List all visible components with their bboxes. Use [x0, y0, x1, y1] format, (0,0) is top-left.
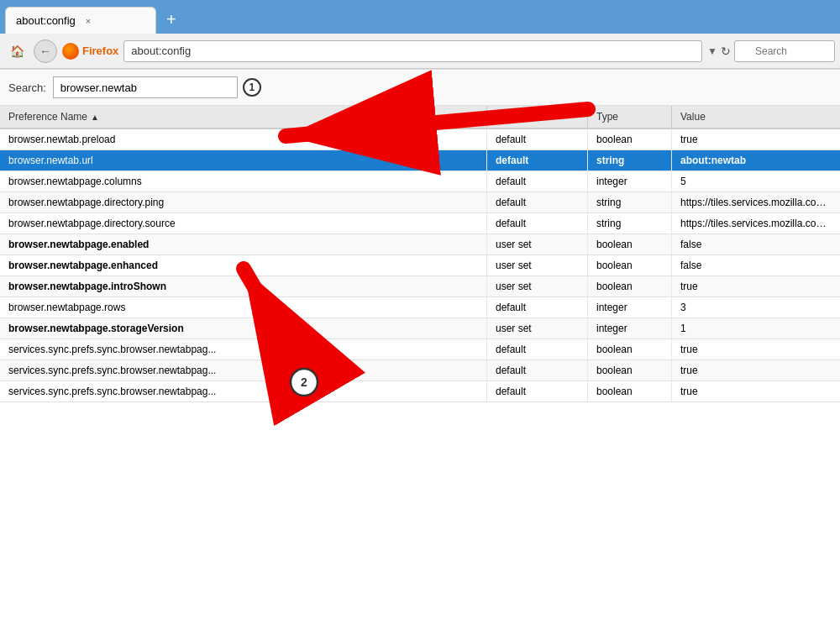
table-row[interactable]: services.sync.prefs.sync.browser.newtabp… — [0, 339, 840, 360]
page-content: Search: 1 Preference Name ▲ Status Type — [0, 69, 840, 635]
table-header: Preference Name ▲ Status Type Value — [0, 106, 840, 129]
config-search-bar: Search: 1 — [0, 70, 840, 106]
table-cell: boolean — [588, 381, 672, 401]
table-cell: integer — [588, 297, 672, 318]
table-cell: boolean — [588, 234, 672, 255]
tab-bar: about:config × + — [0, 0, 840, 34]
refresh-button[interactable]: ↻ — [721, 45, 731, 58]
step-badge-1: 1 — [243, 78, 261, 97]
table-row[interactable]: services.sync.prefs.sync.browser.newtabp… — [0, 381, 840, 402]
firefox-logo: Firefox — [62, 43, 118, 60]
table-cell: true — [672, 339, 840, 359]
col-type[interactable]: Type — [588, 106, 672, 128]
table-row[interactable]: browser.newtabpage.directory.sourcedefau… — [0, 213, 840, 234]
table-row[interactable]: browser.newtabpage.rowsdefaultinteger3 — [0, 297, 840, 318]
browser-search-input[interactable] — [734, 40, 835, 62]
config-search-input[interactable] — [53, 76, 238, 98]
table-row[interactable]: browser.newtab.urldefaultstringabout:new… — [0, 150, 840, 171]
table-cell: boolean — [588, 339, 672, 359]
table-cell: default — [487, 213, 588, 234]
table-cell: boolean — [588, 360, 672, 380]
table-cell: default — [487, 339, 588, 359]
table-cell: about:newtab — [672, 150, 840, 171]
table-cell: default — [487, 150, 588, 171]
table-row[interactable]: browser.newtabpage.enableduser setboolea… — [0, 234, 840, 255]
table-row[interactable]: browser.newtabpage.directory.pingdefault… — [0, 192, 840, 213]
table-cell: user set — [487, 318, 588, 338]
table-cell: false — [672, 234, 840, 255]
table-cell: browser.newtabpage.columns — [0, 171, 487, 192]
table-cell: default — [487, 129, 588, 150]
col-preference-name[interactable]: Preference Name ▲ — [0, 106, 487, 128]
active-tab[interactable]: about:config × — [5, 7, 156, 34]
table-cell: https://tiles.services.mozilla.com/v3/li… — [672, 192, 840, 213]
table-cell: string — [588, 213, 672, 234]
nav-right: ▼ ↻ 🔍 — [707, 40, 835, 62]
table-row[interactable]: browser.newtabpage.columnsdefaultinteger… — [0, 171, 840, 192]
col-value[interactable]: Value — [672, 106, 840, 128]
table-row[interactable]: browser.newtab.preloaddefaultbooleantrue — [0, 129, 840, 150]
tab-close-button[interactable]: × — [86, 16, 91, 26]
table-cell: default — [487, 192, 588, 213]
table-row[interactable]: browser.newtabpage.enhanceduser setboole… — [0, 255, 840, 276]
col-status[interactable]: Status — [487, 106, 588, 128]
url-text: about:config — [131, 45, 191, 57]
table-cell: true — [672, 276, 840, 297]
table-cell: true — [672, 360, 840, 380]
table-cell: 3 — [672, 297, 840, 318]
table-cell: services.sync.prefs.sync.browser.newtabp… — [0, 339, 487, 359]
table-row[interactable]: browser.newtabpage.introShownuser setboo… — [0, 276, 840, 297]
table-cell: user set — [487, 234, 588, 255]
table-cell: services.sync.prefs.sync.browser.newtabp… — [0, 360, 487, 380]
firefox-label: Firefox — [82, 45, 118, 57]
table-cell: true — [672, 381, 840, 401]
table-cell: user set — [487, 276, 588, 297]
search-label: Search: — [8, 81, 46, 94]
table-cell: false — [672, 255, 840, 276]
table-cell: browser.newtab.preload — [0, 129, 487, 150]
url-bar[interactable]: about:config — [123, 40, 702, 62]
table-cell: boolean — [588, 255, 672, 276]
table-cell: browser.newtab.url — [0, 150, 487, 171]
table-cell: true — [672, 129, 840, 150]
table-cell: default — [487, 360, 588, 380]
table-cell: integer — [588, 171, 672, 192]
table-cell: string — [588, 192, 672, 213]
table-cell: default — [487, 297, 588, 318]
table-cell: 5 — [672, 171, 840, 192]
table-cell: user set — [487, 255, 588, 276]
table-cell: browser.newtabpage.directory.ping — [0, 192, 487, 213]
table-cell: default — [487, 381, 588, 401]
table-cell: string — [588, 150, 672, 171]
table-body: browser.newtab.preloaddefaultbooleantrue… — [0, 129, 840, 402]
table-cell: boolean — [588, 276, 672, 297]
table-cell: browser.newtabpage.enhanced — [0, 255, 487, 276]
back-button[interactable]: ← — [34, 39, 57, 63]
table-cell: browser.newtabpage.storageVersion — [0, 318, 487, 338]
table-cell: boolean — [588, 129, 672, 150]
table-cell: browser.newtabpage.enabled — [0, 234, 487, 255]
table-cell: https://tiles.services.mozilla.com/v3/li… — [672, 213, 840, 234]
search-container: 🔍 — [734, 40, 835, 62]
home-button[interactable]: 🏠 — [5, 39, 29, 63]
table-cell: services.sync.prefs.sync.browser.newtabp… — [0, 381, 487, 401]
table-row[interactable]: browser.newtabpage.storageVersionuser se… — [0, 318, 840, 339]
nav-bar: 🏠 ← Firefox about:config ▼ ↻ 🔍 — [0, 34, 840, 69]
search-input-container: 1 — [53, 76, 261, 98]
table-row[interactable]: services.sync.prefs.sync.browser.newtabp… — [0, 360, 840, 381]
new-tab-button[interactable]: + — [160, 7, 183, 33]
table-cell: 1 — [672, 318, 840, 338]
sort-arrow: ▲ — [91, 113, 99, 122]
table-cell: browser.newtabpage.directory.source — [0, 213, 487, 234]
config-table: Preference Name ▲ Status Type Value brow… — [0, 106, 840, 635]
table-cell: browser.newtabpage.rows — [0, 297, 487, 318]
table-cell: integer — [588, 318, 672, 338]
firefox-icon — [62, 43, 79, 60]
tab-title: about:config — [16, 14, 76, 27]
dropdown-button[interactable]: ▼ — [707, 45, 717, 57]
table-cell: browser.newtabpage.introShown — [0, 276, 487, 297]
table-cell: default — [487, 171, 588, 192]
